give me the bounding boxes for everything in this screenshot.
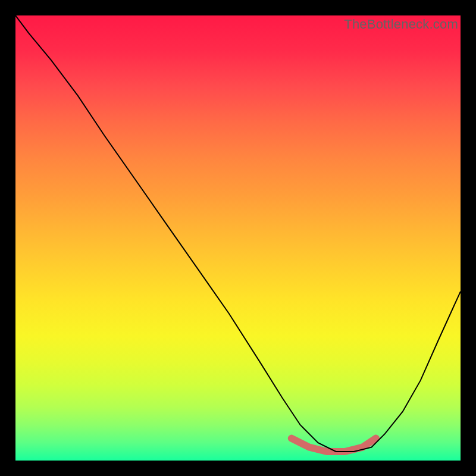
chart-frame: TheBottleneck.com [0,0,476,476]
bottleneck-curve [15,15,461,452]
plot-area [15,15,461,461]
curve-svg [15,15,461,461]
watermark-text: TheBottleneck.com [344,17,458,32]
